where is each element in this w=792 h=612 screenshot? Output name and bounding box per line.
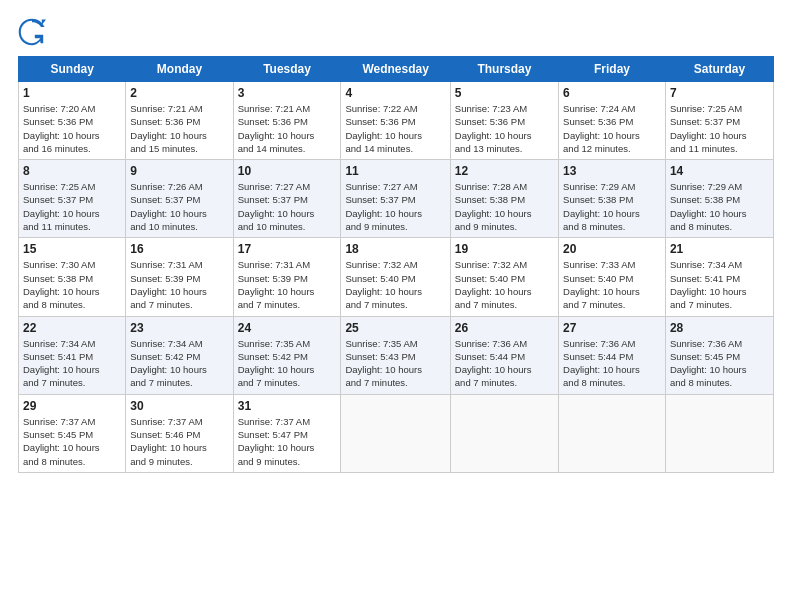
day-number: 13 <box>563 164 661 178</box>
weekday-header-saturday: Saturday <box>665 57 773 82</box>
calendar-cell: 2Sunrise: 7:21 AM Sunset: 5:36 PM Daylig… <box>126 82 233 160</box>
calendar-cell: 30Sunrise: 7:37 AM Sunset: 5:46 PM Dayli… <box>126 394 233 472</box>
day-info: Sunrise: 7:32 AM Sunset: 5:40 PM Dayligh… <box>455 258 554 311</box>
day-info: Sunrise: 7:35 AM Sunset: 5:42 PM Dayligh… <box>238 337 337 390</box>
day-info: Sunrise: 7:21 AM Sunset: 5:36 PM Dayligh… <box>238 102 337 155</box>
calendar-cell: 15Sunrise: 7:30 AM Sunset: 5:38 PM Dayli… <box>19 238 126 316</box>
calendar-body: 1Sunrise: 7:20 AM Sunset: 5:36 PM Daylig… <box>19 82 774 473</box>
calendar-cell: 25Sunrise: 7:35 AM Sunset: 5:43 PM Dayli… <box>341 316 450 394</box>
logo <box>18 18 48 46</box>
calendar-week-row: 15Sunrise: 7:30 AM Sunset: 5:38 PM Dayli… <box>19 238 774 316</box>
day-number: 15 <box>23 242 121 256</box>
calendar-cell: 29Sunrise: 7:37 AM Sunset: 5:45 PM Dayli… <box>19 394 126 472</box>
calendar-cell: 1Sunrise: 7:20 AM Sunset: 5:36 PM Daylig… <box>19 82 126 160</box>
calendar-cell: 7Sunrise: 7:25 AM Sunset: 5:37 PM Daylig… <box>665 82 773 160</box>
day-info: Sunrise: 7:36 AM Sunset: 5:44 PM Dayligh… <box>455 337 554 390</box>
day-number: 24 <box>238 321 337 335</box>
weekday-header-sunday: Sunday <box>19 57 126 82</box>
logo-icon <box>18 18 46 46</box>
calendar-cell: 26Sunrise: 7:36 AM Sunset: 5:44 PM Dayli… <box>450 316 558 394</box>
day-number: 30 <box>130 399 228 413</box>
day-number: 4 <box>345 86 445 100</box>
calendar-cell <box>341 394 450 472</box>
calendar-cell: 4Sunrise: 7:22 AM Sunset: 5:36 PM Daylig… <box>341 82 450 160</box>
weekday-header-thursday: Thursday <box>450 57 558 82</box>
day-info: Sunrise: 7:32 AM Sunset: 5:40 PM Dayligh… <box>345 258 445 311</box>
calendar-week-row: 8Sunrise: 7:25 AM Sunset: 5:37 PM Daylig… <box>19 160 774 238</box>
calendar-cell: 28Sunrise: 7:36 AM Sunset: 5:45 PM Dayli… <box>665 316 773 394</box>
day-number: 10 <box>238 164 337 178</box>
day-number: 2 <box>130 86 228 100</box>
day-number: 27 <box>563 321 661 335</box>
day-info: Sunrise: 7:29 AM Sunset: 5:38 PM Dayligh… <box>563 180 661 233</box>
calendar-cell: 11Sunrise: 7:27 AM Sunset: 5:37 PM Dayli… <box>341 160 450 238</box>
day-number: 26 <box>455 321 554 335</box>
calendar-table: SundayMondayTuesdayWednesdayThursdayFrid… <box>18 56 774 473</box>
day-number: 19 <box>455 242 554 256</box>
day-info: Sunrise: 7:24 AM Sunset: 5:36 PM Dayligh… <box>563 102 661 155</box>
day-info: Sunrise: 7:34 AM Sunset: 5:42 PM Dayligh… <box>130 337 228 390</box>
calendar-week-row: 22Sunrise: 7:34 AM Sunset: 5:41 PM Dayli… <box>19 316 774 394</box>
day-info: Sunrise: 7:23 AM Sunset: 5:36 PM Dayligh… <box>455 102 554 155</box>
calendar-cell: 14Sunrise: 7:29 AM Sunset: 5:38 PM Dayli… <box>665 160 773 238</box>
day-number: 11 <box>345 164 445 178</box>
calendar-cell: 19Sunrise: 7:32 AM Sunset: 5:40 PM Dayli… <box>450 238 558 316</box>
day-number: 20 <box>563 242 661 256</box>
calendar-cell: 24Sunrise: 7:35 AM Sunset: 5:42 PM Dayli… <box>233 316 341 394</box>
day-number: 25 <box>345 321 445 335</box>
calendar-cell <box>450 394 558 472</box>
calendar-cell: 10Sunrise: 7:27 AM Sunset: 5:37 PM Dayli… <box>233 160 341 238</box>
day-info: Sunrise: 7:37 AM Sunset: 5:45 PM Dayligh… <box>23 415 121 468</box>
calendar-cell: 22Sunrise: 7:34 AM Sunset: 5:41 PM Dayli… <box>19 316 126 394</box>
calendar-cell: 3Sunrise: 7:21 AM Sunset: 5:36 PM Daylig… <box>233 82 341 160</box>
day-info: Sunrise: 7:28 AM Sunset: 5:38 PM Dayligh… <box>455 180 554 233</box>
day-number: 5 <box>455 86 554 100</box>
day-info: Sunrise: 7:29 AM Sunset: 5:38 PM Dayligh… <box>670 180 769 233</box>
day-number: 3 <box>238 86 337 100</box>
calendar-week-row: 1Sunrise: 7:20 AM Sunset: 5:36 PM Daylig… <box>19 82 774 160</box>
calendar-cell: 5Sunrise: 7:23 AM Sunset: 5:36 PM Daylig… <box>450 82 558 160</box>
weekday-header-row: SundayMondayTuesdayWednesdayThursdayFrid… <box>19 57 774 82</box>
day-info: Sunrise: 7:27 AM Sunset: 5:37 PM Dayligh… <box>238 180 337 233</box>
calendar-cell: 16Sunrise: 7:31 AM Sunset: 5:39 PM Dayli… <box>126 238 233 316</box>
day-info: Sunrise: 7:34 AM Sunset: 5:41 PM Dayligh… <box>23 337 121 390</box>
calendar-cell: 8Sunrise: 7:25 AM Sunset: 5:37 PM Daylig… <box>19 160 126 238</box>
weekday-header-tuesday: Tuesday <box>233 57 341 82</box>
calendar-week-row: 29Sunrise: 7:37 AM Sunset: 5:45 PM Dayli… <box>19 394 774 472</box>
calendar-cell: 31Sunrise: 7:37 AM Sunset: 5:47 PM Dayli… <box>233 394 341 472</box>
day-number: 8 <box>23 164 121 178</box>
day-number: 31 <box>238 399 337 413</box>
day-info: Sunrise: 7:25 AM Sunset: 5:37 PM Dayligh… <box>23 180 121 233</box>
day-number: 22 <box>23 321 121 335</box>
day-info: Sunrise: 7:34 AM Sunset: 5:41 PM Dayligh… <box>670 258 769 311</box>
calendar-cell: 13Sunrise: 7:29 AM Sunset: 5:38 PM Dayli… <box>559 160 666 238</box>
day-info: Sunrise: 7:22 AM Sunset: 5:36 PM Dayligh… <box>345 102 445 155</box>
calendar-cell: 21Sunrise: 7:34 AM Sunset: 5:41 PM Dayli… <box>665 238 773 316</box>
day-number: 21 <box>670 242 769 256</box>
day-info: Sunrise: 7:37 AM Sunset: 5:46 PM Dayligh… <box>130 415 228 468</box>
day-info: Sunrise: 7:31 AM Sunset: 5:39 PM Dayligh… <box>130 258 228 311</box>
weekday-header-wednesday: Wednesday <box>341 57 450 82</box>
calendar-cell: 27Sunrise: 7:36 AM Sunset: 5:44 PM Dayli… <box>559 316 666 394</box>
day-info: Sunrise: 7:26 AM Sunset: 5:37 PM Dayligh… <box>130 180 228 233</box>
day-number: 28 <box>670 321 769 335</box>
calendar-cell <box>665 394 773 472</box>
day-info: Sunrise: 7:21 AM Sunset: 5:36 PM Dayligh… <box>130 102 228 155</box>
weekday-header-monday: Monday <box>126 57 233 82</box>
calendar-cell <box>559 394 666 472</box>
day-info: Sunrise: 7:27 AM Sunset: 5:37 PM Dayligh… <box>345 180 445 233</box>
day-number: 18 <box>345 242 445 256</box>
day-info: Sunrise: 7:33 AM Sunset: 5:40 PM Dayligh… <box>563 258 661 311</box>
calendar-cell: 23Sunrise: 7:34 AM Sunset: 5:42 PM Dayli… <box>126 316 233 394</box>
day-number: 9 <box>130 164 228 178</box>
day-info: Sunrise: 7:25 AM Sunset: 5:37 PM Dayligh… <box>670 102 769 155</box>
day-number: 1 <box>23 86 121 100</box>
calendar-cell: 9Sunrise: 7:26 AM Sunset: 5:37 PM Daylig… <box>126 160 233 238</box>
weekday-header-friday: Friday <box>559 57 666 82</box>
day-number: 23 <box>130 321 228 335</box>
day-info: Sunrise: 7:31 AM Sunset: 5:39 PM Dayligh… <box>238 258 337 311</box>
calendar-cell: 6Sunrise: 7:24 AM Sunset: 5:36 PM Daylig… <box>559 82 666 160</box>
day-number: 29 <box>23 399 121 413</box>
calendar-cell: 17Sunrise: 7:31 AM Sunset: 5:39 PM Dayli… <box>233 238 341 316</box>
day-info: Sunrise: 7:20 AM Sunset: 5:36 PM Dayligh… <box>23 102 121 155</box>
